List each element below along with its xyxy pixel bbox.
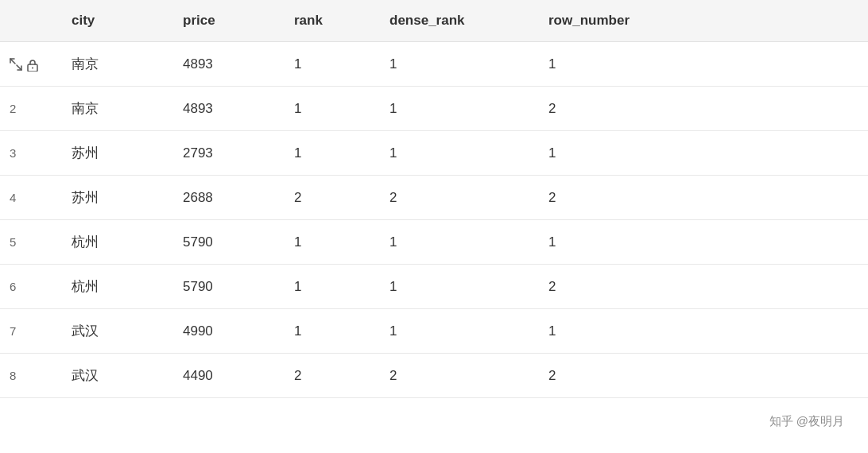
cell-row-number: 2 [533,176,868,220]
row-index: 8 [10,369,16,382]
cell-rank: 1 [278,42,374,87]
cell-index: 4 [0,176,56,220]
cell-index: 2 [0,87,56,131]
cell-price: 4893 [167,42,278,87]
cell-city: 南京 [56,87,167,131]
cell-city: 武汉 [56,354,167,398]
cell-dense-rank: 1 [374,42,533,87]
header-price: price [167,0,278,42]
header-dense-rank: dense_rank [374,0,533,42]
cell-index: 6 [0,265,56,309]
header-city: city [56,0,167,42]
cell-index: 5 [0,220,56,265]
row-index: 5 [10,235,16,249]
cell-row-number: 2 [533,354,868,398]
cell-dense-rank: 1 [374,87,533,131]
cell-row-number: 1 [533,42,868,87]
cell-dense-rank: 1 [374,265,533,309]
cell-index: 3 [0,131,56,176]
cell-rank: 1 [278,265,374,309]
table-container: city price rank dense_rank row_number 南京… [0,0,868,453]
table-row: 7武汉4990111 [0,309,868,354]
cell-dense-rank: 2 [374,354,533,398]
table-row: 2南京4893112 [0,87,868,131]
row-index: 4 [10,191,16,204]
row-index: 2 [10,102,16,115]
cell-row-number: 1 [533,220,868,265]
cell-city: 南京 [56,42,167,87]
cell-city: 杭州 [56,220,167,265]
cell-rank: 2 [278,354,374,398]
table-row: 8武汉4490222 [0,354,868,398]
row-index: 7 [10,324,16,338]
cell-row-number: 2 [533,265,868,309]
header-rank: rank [278,0,374,42]
cell-row-number: 1 [533,131,868,176]
cell-rank: 1 [278,309,374,354]
cell-row-number: 2 [533,87,868,131]
header-row: city price rank dense_rank row_number [0,0,868,42]
cell-city: 苏州 [56,176,167,220]
cell-dense-rank: 2 [374,176,533,220]
table-row: 5杭州5790111 [0,220,868,265]
cell-rank: 1 [278,87,374,131]
cell-rank: 1 [278,131,374,176]
cell-dense-rank: 1 [374,131,533,176]
cell-price: 5790 [167,265,278,309]
svg-point-1 [32,67,33,68]
cell-dense-rank: 1 [374,220,533,265]
cell-index [0,42,56,87]
cell-price: 2793 [167,131,278,176]
cell-price: 4490 [167,354,278,398]
header-index [0,0,56,42]
cell-dense-rank: 1 [374,309,533,354]
cell-rank: 1 [278,220,374,265]
row-index: 3 [10,146,16,160]
table-row: 4苏州2688222 [0,176,868,220]
cell-rank: 2 [278,176,374,220]
data-table: city price rank dense_rank row_number 南京… [0,0,868,398]
row-index: 6 [10,280,16,293]
table-row: 南京4893111 [0,42,868,87]
cell-price: 4990 [167,309,278,354]
table-body: 南京48931112南京48931123苏州27931114苏州26882225… [0,42,868,398]
cell-city: 苏州 [56,131,167,176]
cell-price: 5790 [167,220,278,265]
cell-index: 7 [0,309,56,354]
cell-price: 2688 [167,176,278,220]
lock-icon [27,59,38,70]
cell-index: 8 [0,354,56,398]
expand-icon[interactable] [10,58,22,71]
table-row: 3苏州2793111 [0,131,868,176]
cell-city: 杭州 [56,265,167,309]
cell-city: 武汉 [56,309,167,354]
cell-price: 4893 [167,87,278,131]
header-row-number: row_number [533,0,868,42]
cell-row-number: 1 [533,309,868,354]
table-header: city price rank dense_rank row_number [0,0,868,42]
table-row: 6杭州5790112 [0,265,868,309]
